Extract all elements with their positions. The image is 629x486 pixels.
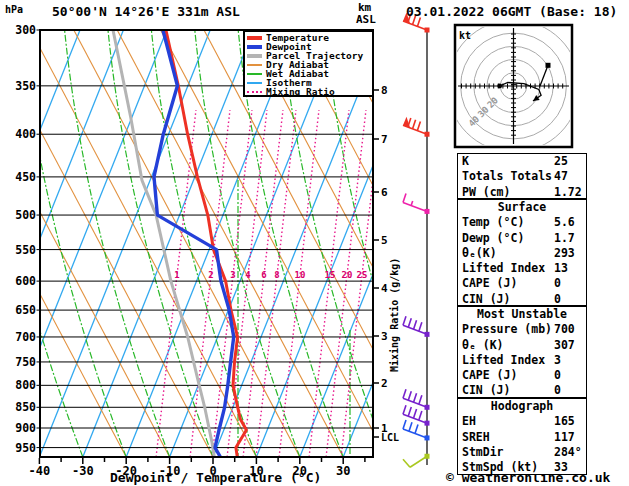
barb-tick [414,409,417,418]
pressure-tick-label: 950 [15,441,36,455]
table-row-value: 307 [554,338,575,353]
mixing-ratio-value: 15 [325,270,336,280]
table-row-value: 165 [554,414,575,429]
barb-tick [408,391,411,400]
km-tick-label: 3 [381,330,388,343]
table-header: Hodograph [458,399,586,414]
skewt-sounding-page: 3003504004505005506006507007508008509009… [0,0,629,486]
table-row-label: Temp (°C) [462,215,524,229]
table-row-value: 284° [554,445,582,460]
table-row: StmSpd (kt)33 [458,460,586,475]
hodograph-square-marker [546,63,551,68]
table-row-value: 0 [554,383,561,398]
table-row-value: 293 [554,246,575,261]
table-row: Temp (°C)5.6 [458,215,586,230]
altitude-ref-label: ASL [356,13,376,26]
table-row-label: CAPE (J) [462,276,517,290]
barb-staff [403,125,427,134]
table-row-label: PW (cm) [462,185,510,199]
table-row-label: Pressure (mb) [462,322,552,336]
table-row-value: 25 [554,154,568,169]
wind-barb [403,316,430,337]
table-row-value: 0 [554,368,561,383]
barb-staff [410,456,427,467]
km-tick-label: 4 [381,282,388,295]
barb-tick [403,420,406,429]
mixing-ratio-line [256,110,296,457]
mixing-ratio-value: 1 [174,270,179,280]
km-tick-label: 6 [381,186,388,199]
table-header: Most Unstable [458,307,586,322]
table-row: θₑ (K)307 [458,338,586,353]
table-row-label: CIN (J) [462,383,510,397]
km-axis: 87654321 [373,84,388,437]
barb-tick [403,405,406,414]
pressure-tick-label: 800 [15,378,36,392]
mixing-ratio-value: 20 [342,270,353,280]
mixing-ratio-line [227,110,267,457]
pressure-tick-label: 750 [15,355,36,369]
barb-tick [414,393,417,402]
wind-barb [403,117,430,137]
km-tick-label: 5 [381,234,388,247]
km-tick-label: 7 [381,133,388,146]
temp-tick-label: -40 [29,464,51,478]
table-row: SREH117 [458,430,586,445]
table-row: EH165 [458,414,586,429]
table-row-value: 5.6 [554,215,575,230]
table-row: Lifted Index3 [458,353,586,368]
mixing-ratio-value: 10 [295,270,306,280]
wet-adiabat-line [108,30,213,457]
x-axis-title: Dewpoint / Temperature (°C) [110,470,321,485]
table-row-label: StmSpd (kt) [462,460,538,474]
lcl-label: LCL [381,432,399,443]
pressure-tick-label: 450 [15,170,36,184]
barb-tick [408,407,411,416]
legend-item: Mixing Ratio [247,87,372,96]
barb-tick [415,424,418,433]
table-row-label: EH [462,414,476,428]
mixing-ratio-value: 2 [208,270,213,280]
barb-tick [408,318,411,327]
table-row: Dewp (°C)1.7 [458,231,586,246]
table-row-label: Dewp (°C) [462,231,524,245]
mixing-ratio-line [212,110,252,457]
pressure-tick-label: 600 [15,274,36,288]
pressure-tick-label: 350 [15,79,36,93]
legend-item-label: Mixing Ratio [266,87,335,96]
table-row: CAPE (J)0 [458,276,586,291]
table-row: PW (cm)1.72 [458,185,586,200]
mixing-ratio-value: 4 [245,270,251,280]
dry-adiabat-line [30,30,256,457]
table-row-value: 33 [554,460,568,475]
wind-barb-column [403,13,430,468]
table-row-value: 0 [554,276,561,291]
parcel-trajectory-curve [113,30,214,457]
mixing-ratio-value: 3 [230,270,235,280]
hodograph-start-dot [497,84,502,89]
temp-tick-label: -30 [72,464,94,478]
pressure-tick-label: 900 [15,421,36,435]
table-box: HodographEH165SREH117StmDir284°StmSpd (k… [457,398,587,475]
dry-adiabat-line [595,30,629,457]
barb-tick [419,395,422,404]
table-row: Totals Totals47 [458,169,586,184]
mixing-ratio-value: 25 [357,270,368,280]
barb-tick [419,322,422,331]
datetime-title: 03.01.2022 06GMT (Base: 18) [406,4,617,19]
table-row: Pressure (mb)700 [458,322,586,337]
table-row: CIN (J)0 [458,383,586,398]
table-row-label: SREH [462,430,490,444]
pressure-tick-label: 550 [15,243,36,257]
table-row: StmDir284° [458,445,586,460]
barb-tick [409,422,412,431]
table-row: Lifted Index13 [458,261,586,276]
table-row: CIN (J)0 [458,292,586,307]
table-row-value: 0 [554,292,561,307]
table-row: K25 [458,154,586,169]
legend-line-sample [247,54,262,58]
barb-tick [403,316,406,325]
wet-adiabat-line [0,30,83,457]
table-row: CAPE (J)0 [458,368,586,383]
table-row-label: Lifted Index [462,353,545,367]
